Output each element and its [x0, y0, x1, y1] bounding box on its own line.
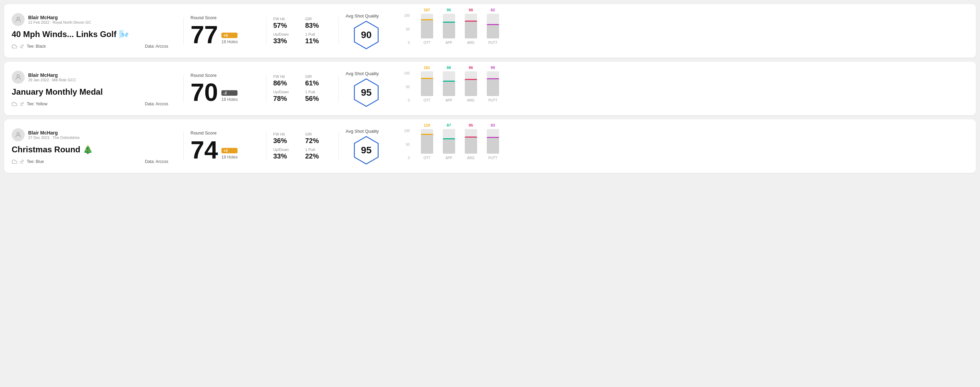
bar-chart: 100500110OTT87APP95ARG93PUTT	[404, 125, 968, 167]
divider-1	[183, 17, 184, 44]
user-name: Blair McHarg	[28, 130, 80, 135]
bar-category-label: APP	[445, 156, 452, 160]
divider-2	[266, 75, 266, 102]
bar-category-label: PUTT	[488, 98, 497, 102]
stat-item-2: Up/Down33%	[273, 148, 300, 160]
divider-2	[266, 17, 266, 44]
chart-col-3: 99PUTT	[487, 65, 499, 102]
bar-fill	[421, 134, 433, 154]
bar-fill	[465, 79, 477, 96]
divider-3	[339, 17, 339, 44]
stats-section: FW Hit36%GIR72%Up/Down33%1 Putt22%	[273, 132, 332, 160]
bar-wrapper	[487, 14, 499, 38]
holes-label: 18 Holes	[221, 97, 237, 102]
bar-category-label: OTT	[423, 41, 430, 44]
divider-1	[183, 75, 184, 102]
stat-item-3: 1 Putt22%	[305, 148, 332, 160]
y-axis-label: 0	[408, 98, 410, 102]
score-badge-col: +218 Holes	[221, 148, 237, 162]
score-main: 77+518 Holes	[191, 22, 259, 47]
stat-value: 72%	[305, 137, 332, 145]
user-meta: 27 Dec 2021 · The Oxfordshire	[28, 135, 80, 140]
bar-value-label: 98	[469, 8, 473, 12]
stat-item-0: FW Hit57%	[273, 17, 300, 30]
card-footer: Tee: BlackData: Arccos	[12, 44, 168, 49]
y-axis-labels: 100500	[404, 71, 410, 102]
score-section: Round Score77+518 Holes	[191, 15, 259, 47]
divider-3	[339, 75, 339, 102]
y-axis-label: 50	[406, 27, 410, 31]
stat-value: 33%	[273, 37, 300, 45]
score-section: Round Score74+218 Holes	[191, 130, 259, 162]
tee-label: Tee: Blue	[27, 159, 44, 164]
tee-label: Tee: Yellow	[27, 102, 48, 106]
wind-icon	[19, 102, 25, 106]
user-name: Blair McHarg	[28, 15, 91, 20]
stat-value: 86%	[273, 79, 300, 87]
bar-value-label: 87	[447, 123, 451, 127]
stat-label: FW Hit	[273, 132, 300, 136]
y-axis-labels: 100500	[404, 14, 410, 44]
quality-label: Avg Shot Quality	[346, 128, 379, 134]
quality-section: Avg Shot Quality95	[346, 71, 401, 106]
wind-icon	[19, 44, 25, 48]
hexagon-container: 90	[346, 21, 387, 49]
wind-icon	[19, 160, 25, 163]
stat-value: 11%	[305, 37, 332, 45]
bar-wrapper	[421, 129, 433, 154]
bar-wrapper	[443, 14, 455, 38]
stat-item-1: GIR72%	[305, 132, 332, 145]
round-card-3: Blair McHarg27 Dec 2021 · The Oxfordshir…	[4, 119, 976, 173]
bar-value-label: 95	[469, 123, 473, 127]
score-label: Round Score	[191, 73, 259, 78]
bar-chart: 100500101OTT86APP96ARG99PUTT	[404, 68, 968, 109]
stat-value: 61%	[305, 79, 332, 87]
hexagon: 95	[351, 135, 382, 166]
stat-value: 33%	[273, 152, 300, 160]
round-card-2: Blair McHarg29 Jan 2022 · Mill Ride GCCJ…	[4, 62, 976, 115]
chart-section: 100500110OTT87APP95ARG93PUTT	[401, 125, 968, 167]
stats-section: FW Hit57%GIR83%Up/Down33%1 Putt11%	[273, 17, 332, 45]
bar-wrapper	[421, 14, 433, 38]
card-left: Blair McHarg29 Jan 2022 · Mill Ride GCCJ…	[12, 71, 177, 106]
stat-label: 1 Putt	[305, 90, 332, 94]
bar-fill	[421, 19, 433, 38]
avatar	[12, 13, 25, 26]
user-info: Blair McHarg27 Dec 2021 · The Oxfordshir…	[28, 130, 80, 140]
stat-value: 83%	[305, 22, 332, 30]
bar-category-label: OTT	[423, 156, 430, 160]
quality-label: Avg Shot Quality	[346, 13, 379, 19]
score-label: Round Score	[191, 130, 259, 135]
data-source-label: Data: Arccos	[145, 159, 168, 164]
hexagon: 90	[351, 19, 382, 51]
hexagon: 95	[351, 77, 382, 108]
hexagon-value: 90	[361, 30, 371, 40]
chart-section: 100500107OTT95APP98ARG82PUTT	[401, 10, 968, 51]
bar-category-label: ARG	[467, 41, 475, 44]
bar-value-label: 82	[491, 8, 495, 12]
round-title: 40 Mph Winds... Links Golf 🌬️	[12, 30, 168, 39]
stat-value: 22%	[305, 152, 332, 160]
y-axis-label: 0	[408, 41, 410, 44]
data-source-label: Data: Arccos	[145, 44, 168, 49]
user-meta: 12 Feb 2022 · Royal North Devon GC	[28, 20, 91, 24]
bar-value-label: 107	[424, 8, 430, 12]
chart-col-0: 107OTT	[421, 8, 433, 44]
user-row: Blair McHarg29 Jan 2022 · Mill Ride GCC	[12, 71, 168, 84]
y-axis-label: 50	[406, 143, 410, 146]
bar-fill	[487, 24, 499, 38]
bar-value-label: 96	[469, 65, 473, 70]
chart-col-1: 86APP	[443, 65, 455, 102]
y-axis-label: 100	[404, 71, 410, 75]
stat-label: Up/Down	[273, 32, 300, 36]
bar-wrapper	[465, 71, 477, 96]
score-main: 74+218 Holes	[191, 138, 259, 162]
y-axis-label: 50	[406, 85, 410, 89]
chart-col-0: 110OTT	[421, 123, 433, 160]
bar-fill	[465, 136, 477, 154]
avatar	[12, 71, 25, 84]
divider-3	[339, 132, 339, 160]
stat-value: 36%	[273, 137, 300, 145]
user-info: Blair McHarg12 Feb 2022 · Royal North De…	[28, 15, 91, 24]
chart-col-3: 82PUTT	[487, 8, 499, 44]
